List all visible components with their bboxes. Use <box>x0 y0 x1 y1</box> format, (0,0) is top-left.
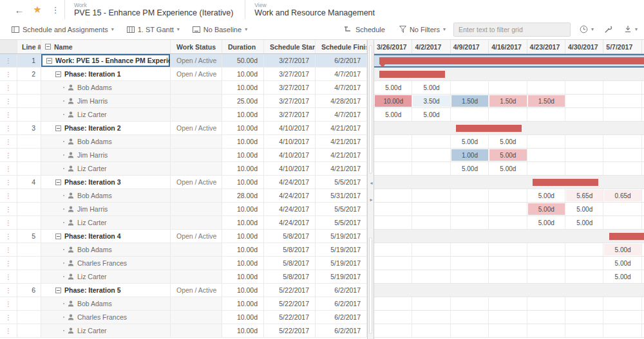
table-row[interactable]: ⋮Jim Harris10.00d4/10/20174/21/2017 <box>0 149 367 162</box>
gantt-row[interactable] <box>374 122 644 135</box>
name-cell[interactable]: Charles Frances <box>41 257 171 270</box>
work-breadcrumb[interactable]: Work PVE 15 - Enhance PM Experience (Ite… <box>65 0 245 19</box>
collapse-row-icon[interactable] <box>55 179 61 185</box>
allocation-cell[interactable]: 5.00d <box>413 82 450 93</box>
name-cell[interactable]: Bob Adams <box>41 297 171 311</box>
allocation-cell[interactable]: 5.00d <box>451 163 488 174</box>
table-row[interactable]: ⋮Bob Adams28.00d4/24/20175/31/2017 <box>0 189 367 203</box>
table-row[interactable]: ⋮4Phase: Iteration 3Open / Active10.00d4… <box>0 176 367 189</box>
name-cell[interactable]: Bob Adams <box>41 189 171 203</box>
gantt-row[interactable] <box>374 284 644 297</box>
row-drag-handle[interactable]: ⋮ <box>0 216 17 230</box>
allocation-cell[interactable]: 5.00d <box>604 271 641 282</box>
row-drag-handle[interactable]: ⋮ <box>0 311 17 324</box>
table-row[interactable]: ⋮Charles Frances10.00d5/22/20176/2/2017 <box>0 311 367 324</box>
row-drag-handle[interactable]: ⋮ <box>0 54 17 68</box>
tools-button[interactable] <box>599 22 618 37</box>
gantt-row[interactable]: 5.00d <box>374 270 644 284</box>
row-drag-handle[interactable]: ⋮ <box>0 243 17 257</box>
name-cell[interactable]: Liz Carter <box>41 162 171 176</box>
gantt-row[interactable]: 5.00d5.00d <box>374 216 644 230</box>
name-cell[interactable]: Phase: Iteration 3 <box>41 176 171 189</box>
name-cell[interactable]: Liz Carter <box>41 324 171 338</box>
filters-dropdown[interactable]: No Filters ▾ <box>393 22 452 37</box>
row-drag-handle[interactable]: ⋮ <box>0 324 17 338</box>
history-dropdown[interactable]: ▾ <box>572 22 598 37</box>
row-drag-handle[interactable]: ⋮ <box>0 108 17 122</box>
allocation-cell[interactable]: 5.00d <box>566 217 603 228</box>
gantt-row[interactable] <box>374 297 644 311</box>
collapse-row-icon[interactable] <box>55 125 61 131</box>
row-drag-handle[interactable]: ⋮ <box>0 162 17 176</box>
allocation-cell[interactable]: 1.50d <box>528 95 565 107</box>
allocation-cell[interactable]: 1.00d <box>451 149 488 161</box>
gantt-row[interactable]: 5.00d5.00d <box>374 162 644 176</box>
phase-gantt-bar[interactable] <box>609 233 644 240</box>
allocation-cell[interactable]: 5.00d <box>566 203 603 215</box>
favorite-button[interactable]: ★ <box>28 0 46 19</box>
table-row[interactable]: ⋮Bob Adams10.00d4/10/20174/21/2017 <box>0 135 367 149</box>
allocation-cell[interactable]: 5.00d <box>375 109 412 120</box>
row-drag-handle[interactable]: ⋮ <box>0 297 17 311</box>
gantt-row[interactable]: 5.00d <box>374 243 644 257</box>
gantt-row[interactable] <box>374 54 644 68</box>
table-row[interactable]: ⋮6Phase: Iteration 5Open / Active10.00d5… <box>0 284 367 297</box>
export-dropdown[interactable]: ▾ <box>619 22 640 37</box>
name-cell[interactable]: Jim Harris <box>41 149 171 162</box>
column-header-duration[interactable]: Duration <box>222 40 264 53</box>
allocation-cell[interactable]: 5.00d <box>528 190 565 201</box>
gantt-row[interactable]: 5.00d5.65d0.65d <box>374 189 644 203</box>
row-drag-handle[interactable]: ⋮ <box>0 176 17 189</box>
column-header-schedule-finish[interactable]: Schedule Finish <box>316 40 367 53</box>
gantt-row[interactable]: 5.00d5.00d <box>374 135 644 149</box>
collapse-row-icon[interactable] <box>46 58 52 64</box>
project-summary-bar[interactable] <box>379 57 644 64</box>
allocation-cell[interactable]: 5.00d <box>528 203 565 215</box>
table-row[interactable]: ⋮Liz Carter10.00d4/10/20174/21/2017 <box>0 162 367 176</box>
name-cell[interactable]: Bob Adams <box>41 81 171 95</box>
collapse-row-icon[interactable] <box>55 234 61 239</box>
schedule-button[interactable]: Schedule <box>337 22 392 37</box>
gantt-row[interactable]: 5.00d5.00d <box>374 203 644 216</box>
gantt-row[interactable] <box>374 324 644 338</box>
layout-dropdown[interactable]: Schedule and Assignments ▾ <box>5 22 120 37</box>
allocation-cell[interactable]: 3.50d <box>413 95 450 107</box>
table-row[interactable]: ⋮Bob Adams10.00d3/27/20174/7/2017 <box>0 81 367 95</box>
allocation-cell[interactable]: 5.00d <box>489 149 526 161</box>
name-cell[interactable]: Jim Harris <box>41 203 171 216</box>
table-row[interactable]: ⋮Jim Harris10.00d4/24/20175/5/2017 <box>0 203 367 216</box>
allocation-cell[interactable]: 5.00d <box>604 244 641 255</box>
row-drag-handle[interactable]: ⋮ <box>0 68 17 81</box>
row-drag-handle[interactable]: ⋮ <box>0 284 17 297</box>
table-row[interactable]: ⋮1Work: PVE 15 - Enhance PM Experience .… <box>0 54 367 68</box>
row-drag-handle[interactable]: ⋮ <box>0 149 17 162</box>
allocation-cell[interactable]: 5.00d <box>451 136 488 147</box>
gantt-view-dropdown[interactable]: 1. ST Gantt ▾ <box>120 22 186 37</box>
row-drag-handle[interactable]: ⋮ <box>0 81 17 95</box>
splitter-handle[interactable] <box>369 45 372 174</box>
collapse-row-icon[interactable] <box>55 288 61 293</box>
gantt-row[interactable] <box>374 68 644 81</box>
allocation-cell[interactable]: 1.50d <box>451 95 488 107</box>
allocation-cell[interactable]: 5.00d <box>375 82 412 93</box>
gantt-row[interactable]: 10.00d3.50d1.50d1.50d1.50d <box>374 95 644 108</box>
gantt-row[interactable]: 5.00d5.00d <box>374 81 644 95</box>
allocation-cell[interactable]: 5.00d <box>489 163 526 174</box>
allocation-cell[interactable]: 10.00d <box>375 95 412 107</box>
row-drag-handle[interactable]: ⋮ <box>0 257 17 270</box>
name-cell[interactable]: Liz Carter <box>41 108 171 122</box>
table-row[interactable]: ⋮Liz Carter10.00d5/8/20175/19/2017 <box>0 270 367 284</box>
table-row[interactable]: ⋮5Phase: Iteration 4Open / Active10.00d5… <box>0 230 367 243</box>
name-cell[interactable]: Phase: Iteration 4 <box>41 230 171 243</box>
table-row[interactable]: ⋮Jim Harris25.00d3/27/20174/28/2017 <box>0 95 367 108</box>
allocation-cell[interactable]: 5.00d <box>413 109 450 120</box>
row-drag-handle[interactable]: ⋮ <box>0 270 17 284</box>
allocation-cell[interactable]: 5.00d <box>528 217 565 228</box>
name-cell[interactable]: Phase: Iteration 1 <box>41 68 171 81</box>
row-drag-handle[interactable]: ⋮ <box>0 95 17 108</box>
gantt-row[interactable]: 5.00d <box>374 257 644 270</box>
table-row[interactable]: ⋮Bob Adams10.00d5/22/20176/2/2017 <box>0 297 367 311</box>
filter-grid-input[interactable] <box>453 23 571 37</box>
name-cell[interactable]: Phase: Iteration 5 <box>41 284 171 297</box>
view-breadcrumb[interactable]: View Work and Resource Management <box>245 0 386 19</box>
